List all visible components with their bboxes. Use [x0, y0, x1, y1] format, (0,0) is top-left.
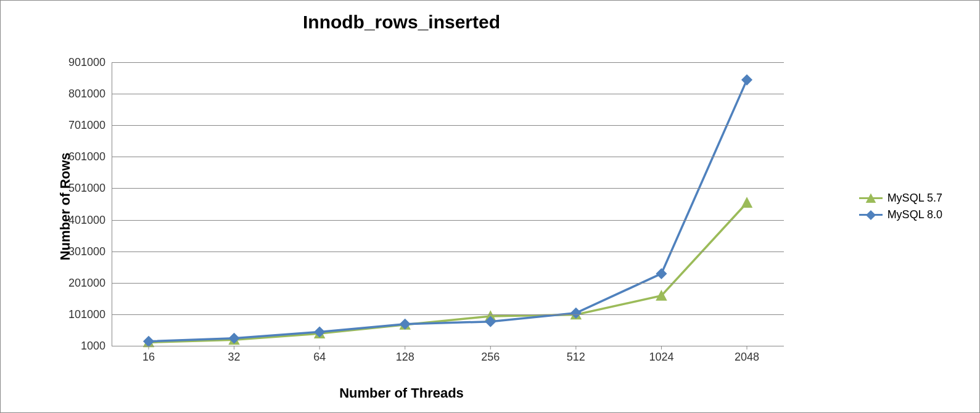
gridline — [112, 314, 784, 315]
series-marker — [742, 75, 752, 85]
svg-marker-9 — [867, 211, 875, 219]
x-tick-label: 64 — [313, 351, 326, 364]
legend-swatch — [859, 214, 883, 216]
y-tick-label: 501000 — [50, 182, 105, 195]
gridline — [112, 220, 784, 221]
x-tick-label: 128 — [396, 351, 414, 364]
y-tick-label: 201000 — [50, 276, 105, 289]
plot-svg — [112, 62, 784, 346]
legend-swatch — [859, 197, 883, 199]
x-tick-label: 16 — [142, 351, 155, 364]
series-marker — [742, 198, 752, 207]
series-marker — [656, 269, 666, 279]
chart-title: Innodb_rows_inserted — [1, 12, 802, 33]
x-axis-label: Number of Threads — [1, 385, 802, 401]
legend-label: MySQL 5.7 — [887, 192, 942, 205]
y-tick-label: 301000 — [50, 245, 105, 258]
series-line — [149, 80, 747, 341]
x-tick-label: 512 — [567, 351, 585, 364]
svg-marker-8 — [867, 194, 875, 202]
legend-item: MySQL 5.7 — [859, 192, 942, 205]
legend-item: MySQL 8.0 — [859, 208, 942, 221]
x-tick-label: 1024 — [649, 351, 673, 364]
legend-label: MySQL 8.0 — [887, 208, 942, 221]
y-tick-label: 601000 — [50, 150, 105, 163]
x-tick-label: 32 — [228, 351, 241, 364]
gridline — [112, 62, 784, 63]
gridline — [112, 346, 784, 346]
y-tick-label: 901000 — [50, 56, 105, 69]
y-tick-label: 401000 — [50, 213, 105, 226]
gridline — [112, 94, 784, 94]
y-tick-label: 101000 — [50, 308, 105, 321]
chart-frame: Innodb_rows_inserted Number of Rows Numb… — [0, 0, 980, 413]
y-tick-label: 701000 — [50, 119, 105, 132]
gridline — [112, 157, 784, 157]
x-tick-label: 2048 — [735, 351, 759, 364]
gridline — [112, 125, 784, 126]
plot-area: 1000101000201000301000401000501000601000… — [112, 62, 784, 346]
gridline — [112, 283, 784, 284]
y-tick-label: 1000 — [50, 340, 105, 353]
y-tick-label: 801000 — [50, 88, 105, 100]
gridline — [112, 251, 784, 252]
x-tick-label: 256 — [481, 351, 500, 364]
gridline — [112, 188, 784, 189]
legend: MySQL 5.7MySQL 8.0 — [859, 188, 942, 225]
